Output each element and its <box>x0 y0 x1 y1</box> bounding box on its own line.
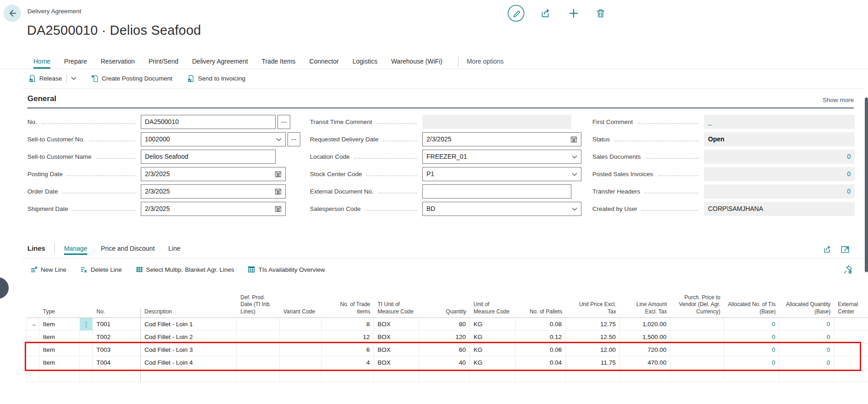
stock-center-code-field[interactable]: P1 <box>422 167 581 181</box>
share-lines-button[interactable] <box>823 244 833 254</box>
cell-quantity[interactable]: 60 <box>419 344 470 356</box>
first-comment-field[interactable]: _ <box>704 115 855 129</box>
cell-type[interactable]: Item <box>39 318 80 330</box>
cell-line_amount[interactable]: 470.00 <box>620 356 671 369</box>
tab-trade-items[interactable]: Trade Items <box>261 58 295 69</box>
cell-link[interactable]: 0 <box>772 346 775 353</box>
back-button[interactable] <box>4 5 21 22</box>
cell-unit_price[interactable]: 12.75 <box>566 318 620 330</box>
posting-date-field[interactable]: 2/3/2025 <box>141 167 286 181</box>
column-header-purch_price[interactable]: Purch. Price to Vendor (Del. Agr. Curren… <box>671 294 724 318</box>
cell-no_of_trade_items[interactable]: 12 <box>322 331 374 343</box>
cell-no_of_trade_items[interactable]: 8 <box>322 318 374 330</box>
cell-def_prod_date[interactable] <box>237 318 280 330</box>
transfer-headers-field[interactable]: 0 <box>704 184 855 199</box>
sell-to-customer-name-field[interactable]: Delios Seafood <box>141 150 276 164</box>
cell-description[interactable]: Cod Fillet - Loin 2 <box>141 331 237 343</box>
cell-ti_uom[interactable]: BOX <box>374 356 419 369</box>
cell-uom[interactable]: KG <box>470 318 516 330</box>
tab-print-send[interactable]: Print/Send <box>149 58 178 69</box>
cell-external_center[interactable] <box>834 344 868 356</box>
cell-description[interactable]: Cod Fillet - Loin 4 <box>141 356 237 369</box>
external-document-no-field[interactable] <box>422 184 571 199</box>
new-line-button[interactable]: New Line <box>30 266 66 273</box>
edit-button[interactable] <box>507 5 525 22</box>
cell-ti_uom[interactable]: BOX <box>374 318 419 330</box>
cell-sel[interactable]: → <box>27 318 39 330</box>
vertical-scrollbar[interactable] <box>865 97 868 272</box>
cell-def_prod_date[interactable] <box>237 344 280 356</box>
cell-menu[interactable] <box>80 344 93 356</box>
column-header-unit_price[interactable]: Unit Price Excl. Tax <box>566 301 620 318</box>
tab-reservation[interactable]: Reservation <box>101 58 135 69</box>
cell-menu[interactable] <box>80 331 93 343</box>
column-header-quantity[interactable]: Quantity <box>419 308 470 318</box>
cell-variant_code[interactable] <box>280 344 322 356</box>
cell-alloc_qty[interactable]: 0 <box>779 356 834 369</box>
column-header-no[interactable]: No. <box>93 308 141 318</box>
tis-availability-overview-button[interactable]: TIs Availability Overview <box>248 266 325 273</box>
shipment-date-field[interactable]: 2/3/2025 <box>141 202 286 216</box>
cell-external_center[interactable] <box>834 318 868 330</box>
location-code-field[interactable]: FREEZER_01 <box>422 150 581 164</box>
cell-external_center[interactable] <box>834 356 868 369</box>
cell-sel[interactable] <box>27 331 39 343</box>
no-assist-button[interactable] <box>277 115 290 129</box>
tab-logistics[interactable]: Logistics <box>352 58 377 69</box>
chevron-down-icon[interactable] <box>572 150 577 163</box>
cell-link[interactable]: 0 <box>772 334 775 340</box>
release-button[interactable]: Release <box>28 74 76 83</box>
cell-no[interactable]: T004 <box>93 356 141 369</box>
lines-tab-line[interactable]: Line <box>168 245 180 255</box>
lines-tab-manage[interactable]: Manage <box>64 245 87 255</box>
cell-no[interactable]: T003 <box>93 344 141 356</box>
cell-type[interactable]: Item <box>39 331 80 343</box>
column-header-variant_code[interactable]: Variant Code <box>280 308 322 318</box>
select-multip-blanket-agr-lines-button[interactable]: Select Multip. Blanket Agr. Lines <box>136 266 234 273</box>
cell-sel[interactable] <box>27 344 39 356</box>
cell-link[interactable]: 0 <box>772 321 775 328</box>
cell-ti_uom[interactable]: BOX <box>374 344 419 356</box>
delete-button[interactable] <box>595 8 606 19</box>
salesperson-code-field[interactable]: BD <box>422 202 581 216</box>
chevron-down-icon[interactable] <box>71 76 76 80</box>
posted-sales-invoices-field[interactable]: 0 <box>704 167 855 181</box>
calendar-icon[interactable] <box>570 133 577 146</box>
cell-alloc_tis[interactable]: 0 <box>724 331 779 343</box>
cell-unit_price[interactable]: 12.00 <box>566 344 620 356</box>
cell-alloc_qty[interactable]: 0 <box>779 331 834 343</box>
cell-ti_uom[interactable]: BOX <box>374 331 419 343</box>
calendar-icon[interactable] <box>275 202 282 215</box>
cell-uom[interactable]: KG <box>470 344 516 356</box>
cell-no_of_pallets[interactable]: 0.08 <box>516 318 566 330</box>
send-to-invoicing-button[interactable]: Send to Invoicing <box>187 75 245 82</box>
cell-link[interactable]: 0 <box>772 359 775 366</box>
cell-alloc_qty[interactable]: 0 <box>779 344 834 356</box>
cell-uom[interactable]: KG <box>470 331 516 343</box>
column-header-alloc_tis[interactable]: Allocated No. of TIs (Base) <box>724 301 779 318</box>
more-options-button[interactable]: More options <box>467 58 504 69</box>
cell-description[interactable]: Cod Fillet - Loin 1 <box>141 318 237 330</box>
cell-alloc_tis[interactable]: 0 <box>724 344 779 356</box>
calendar-icon[interactable] <box>275 167 282 181</box>
cell-line_amount[interactable]: 1,020.00 <box>620 318 671 330</box>
create-posting-document-button[interactable]: Create Posting Document <box>91 75 173 82</box>
cell-link[interactable]: 0 <box>826 321 830 328</box>
column-header-external_center[interactable]: External Center <box>834 301 868 318</box>
cell-purch_price[interactable] <box>671 344 724 356</box>
tab-home[interactable]: Home <box>33 58 50 69</box>
requested-delivery-date-field[interactable]: 2/3/2025 <box>422 132 581 146</box>
cell-link[interactable]: 0 <box>826 359 830 366</box>
focus-mode-icon[interactable] <box>840 244 850 254</box>
cell-alloc_tis[interactable]: 0 <box>724 318 779 330</box>
cell-unit_price[interactable]: 12.50 <box>566 331 620 343</box>
column-header-no_of_trade_items[interactable]: No. of Trade Items <box>322 301 374 318</box>
sales-documents-field[interactable]: 0 <box>704 150 855 164</box>
cell-quantity[interactable]: 40 <box>419 356 470 369</box>
column-header-type[interactable]: Type <box>39 308 80 318</box>
share-button[interactable] <box>540 7 552 19</box>
cell-variant_code[interactable] <box>280 356 322 369</box>
chevron-down-icon[interactable] <box>276 133 282 146</box>
cell-no_of_trade_items[interactable]: 4 <box>322 356 374 369</box>
cell-purch_price[interactable] <box>671 318 724 330</box>
